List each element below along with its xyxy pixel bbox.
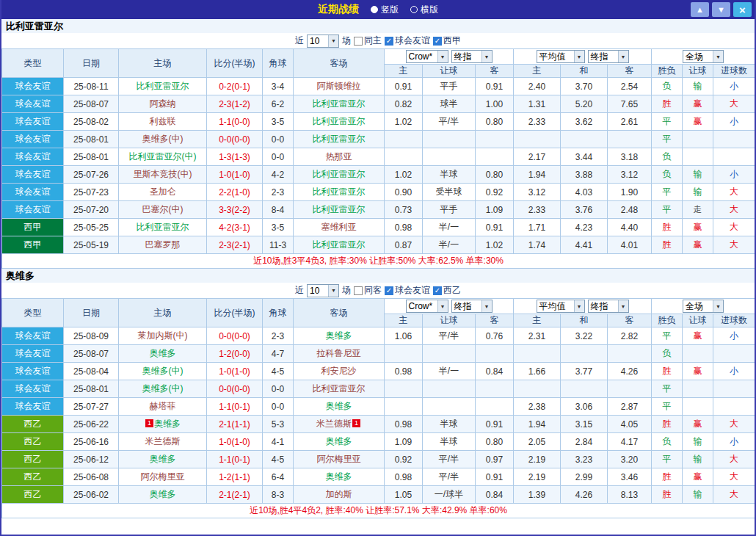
move-down-button[interactable]: ▼	[712, 2, 730, 17]
odds-away: 0.76	[476, 327, 514, 345]
move-up-button[interactable]: ▲	[691, 2, 709, 17]
col-odds-handicap: 让球	[423, 314, 476, 327]
odds-source-select[interactable]: Crow*▼	[406, 300, 448, 313]
matches-table-body: 球会友谊25-08-11比利亚雷亚尔0-2(0-1)3-4阿斯顿维拉0.91平手…	[2, 78, 755, 254]
avg-source-select[interactable]: 平均值▼	[537, 300, 585, 313]
home-team[interactable]: 奥维多	[119, 486, 207, 504]
scope-select[interactable]: 全场▼	[683, 300, 724, 313]
home-team[interactable]: 奥维多	[119, 451, 207, 468]
home-team[interactable]: 比利亚雷亚尔(中)	[119, 148, 207, 166]
odds-final-select[interactable]: 终指▼	[451, 50, 493, 63]
avg-source-select[interactable]: 平均值▼	[537, 50, 585, 63]
home-team[interactable]: 奥维多	[119, 345, 207, 363]
home-team[interactable]: 利兹联	[119, 113, 207, 131]
odds-final-select[interactable]: 终指▼	[451, 300, 493, 313]
layout-vertical-radio[interactable]: 竖版	[371, 4, 399, 16]
away-team[interactable]: 奥维多	[294, 327, 385, 345]
match-row: 球会友谊25-08-11比利亚雷亚尔0-2(0-1)3-4阿斯顿维拉0.91平手…	[2, 78, 755, 95]
home-team[interactable]: 阿尔梅里亚	[119, 468, 207, 486]
away-team[interactable]: 奥维多	[294, 468, 385, 486]
checkbox-icon	[433, 286, 442, 295]
match-type: 球会友谊	[2, 166, 64, 184]
corner-score: 4-5	[263, 451, 294, 468]
away-team[interactable]: 比利亚雷亚尔	[294, 166, 385, 184]
odds-source-select[interactable]: Crow*▼	[406, 50, 448, 63]
team-link-label: 利兹联	[150, 116, 176, 126]
away-team[interactable]: 塞维利亚	[294, 219, 385, 236]
match-count-select[interactable]: 10 ▼	[307, 35, 339, 48]
league-checkbox[interactable]: 西甲	[433, 35, 461, 47]
same-home-checkbox[interactable]: 同主	[354, 35, 382, 47]
col-away: 客场	[294, 299, 385, 327]
match-date: 25-05-19	[64, 236, 119, 254]
away-team[interactable]: 比利亚雷亚尔	[294, 95, 385, 113]
scope-select[interactable]: 全场▼	[683, 50, 724, 63]
away-team[interactable]: 比利亚雷亚尔	[294, 236, 385, 254]
result-wdl: 负	[652, 166, 683, 184]
away-team[interactable]: 拉科鲁尼亚	[294, 345, 385, 363]
team-name[interactable]: 比利亚雷亚尔	[6, 20, 63, 33]
home-team[interactable]: 比利亚雷亚尔	[119, 219, 207, 236]
recent-results-panel: 近期战绩 竖版 横版 ▲ ▼ × 比利亚雷亚尔 近 10 ▼ 场	[0, 0, 756, 536]
home-team[interactable]: 比利亚雷亚尔	[119, 78, 207, 95]
away-team[interactable]: 比利亚雷亚尔	[294, 380, 385, 398]
home-team[interactable]: 奥维多(中)	[119, 131, 207, 148]
layout-horizontal-radio[interactable]: 横版	[410, 4, 438, 16]
match-count-select[interactable]: 10 ▼	[307, 284, 339, 297]
avg-home: 2.31	[514, 327, 561, 345]
home-team[interactable]: 莱加内斯(中)	[119, 327, 207, 345]
team-link-label: 米兰德斯	[316, 419, 352, 429]
away-team[interactable]: 利安尼沙	[294, 363, 385, 380]
league-checkbox[interactable]: 西乙	[433, 284, 461, 297]
home-team[interactable]: 阿森纳	[119, 95, 207, 113]
avg-home: 2.33	[514, 113, 561, 131]
friendly-checkbox[interactable]: 球会友谊	[385, 35, 430, 47]
match-date: 25-08-07	[64, 345, 119, 363]
avg-final-select[interactable]: 终指▼	[588, 50, 629, 63]
home-team[interactable]: 巴塞罗那	[119, 236, 207, 254]
match-date: 25-08-04	[64, 363, 119, 380]
away-team[interactable]: 比利亚雷亚尔	[294, 131, 385, 148]
away-team[interactable]: 比利亚雷亚尔	[294, 113, 385, 131]
odds-selects-cell: Crow*▼ 终指▼	[385, 49, 514, 65]
avg-home: 2.05	[514, 433, 561, 451]
away-team[interactable]: 热那亚	[294, 148, 385, 166]
home-team[interactable]: 奥维多(中)	[119, 380, 207, 398]
home-team[interactable]: 奥维多(中)	[119, 363, 207, 380]
away-team[interactable]: 阿尔梅里亚	[294, 451, 385, 468]
avg-away	[608, 345, 652, 363]
avg-home: 1.94	[514, 416, 561, 433]
away-team[interactable]: 奥维多	[294, 433, 385, 451]
away-team[interactable]: 米兰德斯1	[294, 416, 385, 433]
match-type: 球会友谊	[2, 113, 64, 131]
match-row: 球会友谊25-07-23圣加仑2-2(1-0)2-3比利亚雷亚尔0.90受半球0…	[2, 184, 755, 201]
score: 1-0(1-0)	[207, 433, 263, 451]
home-team[interactable]: 里斯本竞技(中)	[119, 166, 207, 184]
summary-row: 近10场,胜4平4负2, 胜率:40% 让胜率:57.1% 大率:42.9% 单…	[2, 504, 755, 518]
odds-home: 0.91	[385, 78, 423, 95]
home-team[interactable]: 巴塞尔(中)	[119, 201, 207, 219]
odds-handicap: 平/半	[423, 327, 476, 345]
match-row: 西乙25-06-16米兰德斯1-0(1-0)4-1奥维多1.09半球0.802.…	[2, 433, 755, 451]
team-name[interactable]: 奥维多	[6, 269, 34, 283]
odds-home: 0.82	[385, 95, 423, 113]
home-team[interactable]: 米兰德斯	[119, 433, 207, 451]
friendly-checkbox[interactable]: 球会友谊	[385, 284, 430, 297]
result-handicap: 赢	[683, 416, 713, 433]
away-team[interactable]: 奥维多	[294, 398, 385, 416]
match-row: 球会友谊25-08-07奥维多1-2(0-0)4-7拉科鲁尼亚负	[2, 345, 755, 363]
same-away-checkbox[interactable]: 同客	[354, 284, 382, 297]
home-team[interactable]: 圣加仑	[119, 184, 207, 201]
avg-draw: 3.15	[561, 416, 608, 433]
away-team[interactable]: 比利亚雷亚尔	[294, 184, 385, 201]
away-team[interactable]: 阿斯顿维拉	[294, 78, 385, 95]
result-goals: 小	[713, 433, 755, 451]
close-button[interactable]: ×	[733, 2, 752, 17]
away-team[interactable]: 比利亚雷亚尔	[294, 201, 385, 219]
home-team[interactable]: 赫塔菲	[119, 398, 207, 416]
home-team[interactable]: 1奥维多	[119, 416, 207, 433]
away-team[interactable]: 加的斯	[294, 486, 385, 504]
avg-final-select[interactable]: 终指▼	[588, 300, 629, 313]
summary-text: 近10场,胜3平4负3, 胜率:30% 让胜率:50% 大率:62.5% 单率:…	[2, 254, 755, 269]
team-link-label: 奥维多	[150, 348, 176, 358]
